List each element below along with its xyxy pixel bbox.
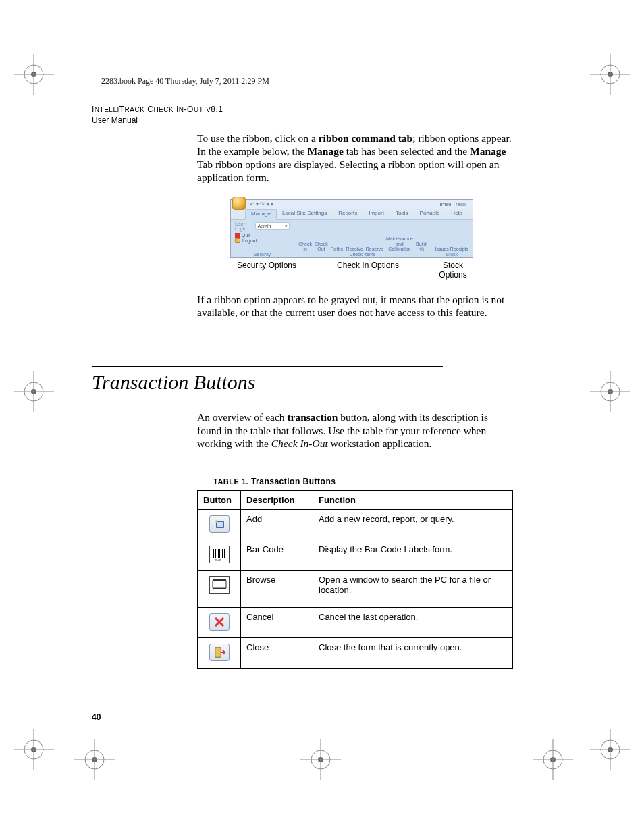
body-paragraph: If a ribbon option appears to be grayed …	[197, 293, 514, 319]
cell-func: Open a window to search the PC for a fil…	[313, 571, 513, 608]
table-row: 09 00 Bar Code Display the Bar Code Labe…	[198, 540, 513, 571]
receipts-button[interactable]: Receipts	[450, 246, 468, 251]
caption-checkin: Check In Options	[303, 261, 433, 280]
col-header-function: Function	[313, 491, 513, 510]
cell-desc: Bar Code	[241, 540, 313, 571]
application-orb-icon	[232, 197, 246, 210]
cell-desc: Close	[241, 638, 313, 669]
body-paragraph: To use the ribbon, click on a ribbon com…	[197, 132, 514, 184]
ribbon-screenshot: ↶ ▾ ↷ ▾ ▾ IntelliTrack Manage Local Site…	[230, 199, 473, 280]
issues-button[interactable]: Issues	[435, 246, 449, 251]
cancel-button-icon	[209, 613, 230, 631]
tab-tools[interactable]: Tools	[390, 209, 414, 219]
caption-security: Security Options	[230, 261, 303, 280]
svg-rect-40	[215, 549, 216, 558]
tab-local-site-settings[interactable]: Local Site Settings	[277, 209, 333, 219]
svg-rect-42	[218, 549, 220, 558]
maintenance-button[interactable]: Maintenanceand Calibration	[386, 236, 413, 251]
svg-rect-43	[221, 549, 221, 558]
retire-button[interactable]: Retire	[331, 246, 344, 251]
table-caption: TABLE 1. Transaction Buttons	[213, 477, 551, 486]
browse-button-icon	[209, 576, 230, 594]
table-row: Close Close the form that is currently o…	[198, 638, 513, 669]
crop-mark-icon	[300, 739, 348, 787]
table-row: Cancel Cancel the last operation.	[198, 608, 513, 638]
svg-rect-53	[215, 648, 221, 657]
group-label-check-items: Check Items	[298, 252, 426, 257]
svg-rect-49	[213, 581, 226, 588]
caption-stock: StockOptions	[433, 261, 473, 280]
crop-mark-icon	[590, 371, 637, 419]
user-login-dropdown[interactable]: Admin▾	[255, 222, 290, 230]
cell-func: Cancel the last operation.	[313, 608, 513, 638]
logout-button[interactable]: Logout	[235, 238, 290, 243]
window-title: IntelliTrack	[440, 201, 466, 207]
add-button-icon: ✦	[209, 515, 230, 533]
doc-title: INTELLITRACK CHECK IN-OUT V8.1	[92, 105, 551, 114]
chevron-down-icon: ▾	[285, 224, 288, 229]
col-header-description: Description	[241, 491, 313, 510]
barcode-button-icon: 09 00	[209, 546, 230, 563]
page-number: 40	[92, 712, 101, 722]
col-header-button: Button	[198, 491, 241, 510]
tab-manage[interactable]: Manage	[245, 209, 277, 220]
receive-button[interactable]: Receive	[346, 246, 363, 251]
cell-func: Close the form that is currently open.	[313, 638, 513, 669]
cell-desc: Add	[241, 510, 313, 540]
svg-rect-39	[213, 549, 214, 558]
check-in-button[interactable]: CheckIn	[298, 242, 312, 252]
tab-import[interactable]: Import	[363, 209, 390, 219]
check-out-button[interactable]: CheckOut	[315, 242, 328, 252]
crop-mark-icon	[14, 729, 61, 777]
cell-func: Display the Bar Code Labels form.	[313, 540, 513, 571]
crop-mark-icon	[590, 54, 637, 101]
crop-mark-icon	[533, 739, 580, 787]
doc-subtitle: User Manual	[92, 115, 551, 125]
cell-func: Add a new record, report, or query.	[313, 510, 513, 540]
transaction-buttons-table: Button Description Function ✦ Add Add a …	[197, 490, 513, 669]
crop-mark-icon	[14, 54, 61, 101]
section-heading: Transaction Buttons	[92, 366, 443, 394]
table-row: ✦ Add Add a new record, report, or query…	[198, 510, 513, 540]
tab-help[interactable]: Help	[446, 209, 468, 219]
cell-desc: Cancel	[241, 608, 313, 638]
frame-header: 2283.book Page 40 Thursday, July 7, 2011…	[101, 76, 269, 86]
quick-access-toolbar: ↶ ▾ ↷ ▾ ▾	[250, 201, 273, 207]
crop-mark-icon	[14, 371, 61, 419]
logout-icon	[235, 238, 240, 243]
tab-reports[interactable]: Reports	[333, 209, 363, 219]
build-kit-button[interactable]: BuildKit	[416, 242, 427, 252]
group-label-security: Security	[235, 252, 290, 257]
svg-text:✦: ✦	[214, 519, 219, 525]
svg-text:09 00: 09 00	[215, 558, 222, 562]
close-button-icon	[209, 644, 230, 661]
ribbon-tabs: Manage Local Site Settings Reports Impor…	[231, 209, 473, 220]
svg-rect-45	[224, 549, 225, 558]
intro-paragraph: An overview of each transaction button, …	[197, 411, 514, 450]
crop-mark-icon	[74, 739, 122, 787]
quit-button[interactable]: Quit	[235, 233, 290, 238]
reserve-button[interactable]: Reserve	[366, 246, 383, 251]
quit-icon	[235, 233, 240, 238]
svg-rect-44	[222, 549, 223, 558]
table-row: Browse Open a window to search the PC fo…	[198, 571, 513, 608]
tab-portable[interactable]: Portable	[414, 209, 446, 219]
user-login-label: User Login	[235, 221, 253, 231]
cell-desc: Browse	[241, 571, 313, 608]
group-label-stock: Stock	[435, 252, 468, 257]
crop-mark-icon	[590, 729, 637, 777]
svg-rect-41	[217, 549, 217, 558]
